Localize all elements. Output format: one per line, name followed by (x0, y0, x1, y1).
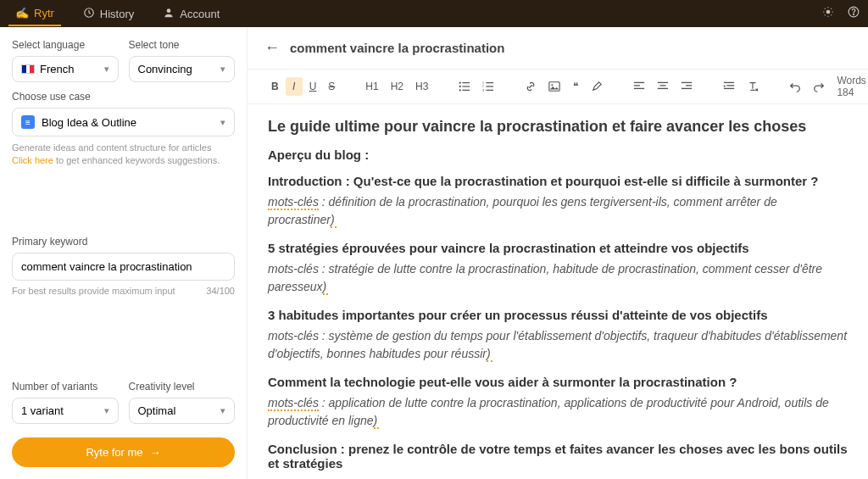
align-left-button[interactable] (628, 77, 650, 96)
ryte-button[interactable]: Ryte for me → (12, 437, 235, 467)
main: Select language French ▾ Select tone Con… (0, 27, 868, 479)
keyword-counter: 34/100 (206, 286, 235, 296)
account-label: Account (180, 8, 220, 20)
doc-heading-overview: Aperçu du blog : (268, 148, 848, 162)
tab-account[interactable]: Account (156, 2, 226, 26)
quote-button[interactable]: ❝ (567, 77, 584, 97)
svg-rect-34 (687, 85, 693, 86)
svg-rect-18 (463, 90, 470, 91)
image-button[interactable] (543, 77, 565, 96)
keyword-input[interactable] (12, 253, 235, 281)
doc-heading-habits: 3 habitudes importantes pour créer un pr… (268, 308, 848, 322)
svg-text:1: 1 (482, 81, 484, 85)
svg-line-8 (831, 14, 832, 15)
keyword-label: Primary keyword (12, 236, 235, 248)
svg-point-1 (167, 8, 171, 13)
doc-heading-main: Le guide ultime pour vaincre la procrast… (268, 118, 848, 136)
variants-value: 1 variant (21, 404, 64, 417)
numbered-list-button[interactable]: 123 (477, 77, 499, 96)
usecase-label: Choose use case (12, 91, 235, 103)
creativity-select[interactable]: Optimal ▾ (129, 398, 236, 424)
variants-label: Number of variants (12, 381, 119, 393)
tab-history[interactable]: History (76, 2, 141, 26)
svg-rect-35 (682, 88, 692, 89)
svg-rect-16 (463, 86, 470, 86)
flag-icon-fr (21, 64, 35, 74)
ryte-label: Ryte for me (86, 446, 142, 459)
usecase-select[interactable]: ≡ Blog Idea & Outline ▾ (12, 108, 235, 136)
svg-point-15 (459, 86, 461, 87)
title-row: ← comment vaincre la procrastination (248, 27, 868, 69)
tone-select[interactable]: Convincing ▾ (129, 56, 236, 82)
svg-rect-21 (487, 90, 494, 91)
svg-text:2: 2 (482, 85, 484, 88)
tab-rytr[interactable]: ✍️ Rytr (8, 2, 61, 26)
history-icon (83, 7, 95, 21)
undo-button[interactable] (784, 77, 806, 96)
svg-rect-19 (487, 82, 494, 83)
doc-keywords-tech: mots-clés : application de lutte contre … (268, 394, 848, 430)
svg-point-17 (459, 89, 461, 91)
usecase-helper: Generate ideas and content structure for… (12, 142, 235, 168)
variants-select[interactable]: 1 variant ▾ (12, 398, 119, 424)
doc-keywords-strat: mots-clés : stratégie de lutte contre la… (268, 260, 848, 296)
italic-button[interactable]: I (286, 77, 303, 96)
chevron-down-icon: ▾ (220, 64, 225, 75)
doc-title: comment vaincre la procrastination (290, 41, 504, 55)
creativity-label: Creativity level (129, 381, 236, 393)
h3-button[interactable]: H3 (410, 77, 433, 96)
brand-label: Rytr (34, 7, 54, 19)
svg-line-10 (831, 8, 832, 9)
topbar-right (822, 6, 860, 21)
clear-format-button[interactable] (742, 77, 764, 96)
svg-point-12 (854, 14, 854, 14)
doc-heading-intro: Introduction : Qu'est-ce que la procrast… (268, 174, 848, 188)
underline-button[interactable]: U (304, 77, 322, 96)
svg-point-13 (459, 81, 461, 83)
sidebar: Select language French ▾ Select tone Con… (0, 27, 248, 479)
bold-button[interactable]: B (266, 77, 284, 96)
keyword-hint: For best results provide maximum input (12, 286, 175, 296)
chevron-down-icon: ▾ (104, 405, 109, 416)
chevron-down-icon: ▾ (220, 405, 225, 416)
theme-toggle-icon[interactable] (822, 6, 834, 21)
svg-line-7 (825, 8, 826, 9)
highlight-button[interactable] (586, 77, 608, 96)
language-label: Select language (12, 39, 119, 51)
redo-button[interactable] (808, 77, 830, 96)
word-count: Words 184 (837, 75, 865, 98)
doc-heading-tech: Comment la technologie peut-elle vous ai… (268, 375, 848, 389)
editor-toolbar: B I U S H1 H2 H3 123 ❝ (248, 69, 868, 104)
language-select[interactable]: French ▾ (12, 56, 119, 82)
link-button[interactable] (520, 77, 542, 96)
creativity-value: Optimal (138, 404, 176, 417)
bullet-list-button[interactable] (453, 77, 476, 96)
strike-button[interactable]: S (323, 77, 340, 96)
h2-button[interactable]: H2 (386, 77, 409, 96)
svg-rect-38 (724, 88, 734, 89)
rytr-icon: ✍️ (15, 7, 29, 19)
help-icon[interactable] (848, 6, 860, 21)
indent-button[interactable] (718, 77, 740, 96)
svg-rect-14 (463, 82, 470, 83)
h1-button[interactable]: H1 (360, 77, 383, 96)
keywords-link[interactable]: Click here (12, 155, 53, 165)
svg-rect-32 (658, 88, 668, 89)
usecase-icon: ≡ (21, 115, 35, 129)
chevron-down-icon: ▾ (220, 117, 225, 128)
doc-keywords-habits: mots-clés : système de gestion du temps … (268, 327, 848, 363)
content-area: ← comment vaincre la procrastination B I… (248, 27, 868, 479)
doc-heading-strat: 5 stratégies éprouvées pour vaincre la p… (268, 241, 848, 255)
chevron-down-icon: ▾ (104, 64, 109, 75)
history-label: History (100, 8, 134, 20)
svg-rect-28 (634, 85, 640, 86)
svg-rect-33 (682, 82, 692, 83)
back-arrow-icon[interactable]: ← (264, 39, 280, 57)
align-center-button[interactable] (652, 77, 674, 96)
svg-rect-27 (634, 82, 644, 83)
svg-rect-31 (660, 85, 666, 86)
document-body[interactable]: Le guide ultime pour vaincre la procrast… (248, 104, 868, 479)
tone-value: Convincing (138, 63, 192, 75)
align-right-button[interactable] (676, 77, 698, 96)
usecase-value: Blog Idea & Outline (42, 116, 214, 129)
